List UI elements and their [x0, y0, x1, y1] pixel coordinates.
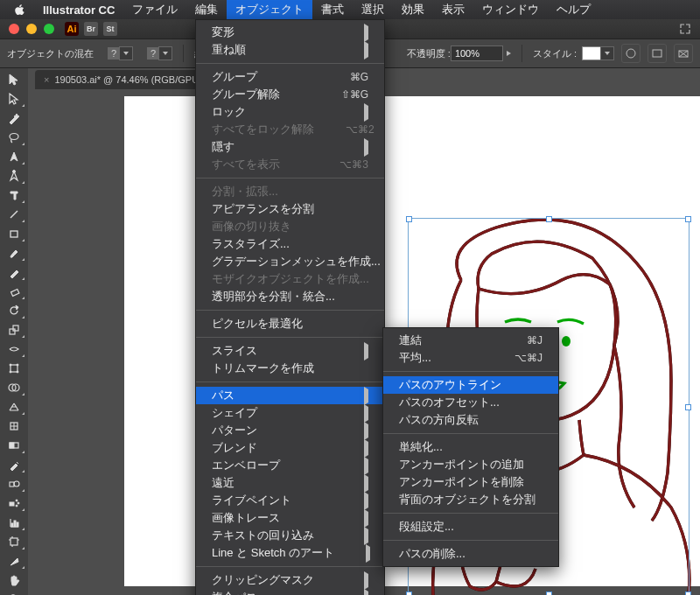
- tool-graph[interactable]: [2, 513, 26, 532]
- tool-slice[interactable]: [2, 551, 26, 570]
- tool-type[interactable]: [2, 186, 26, 205]
- zoom-icon[interactable]: [44, 24, 54, 34]
- menu-type[interactable]: 書式: [312, 0, 353, 19]
- menu-item[interactable]: 背面のオブジェクトを分割: [383, 491, 558, 508]
- tools-panel: [0, 68, 28, 595]
- menu-edit[interactable]: 編集: [186, 0, 227, 19]
- minimize-icon[interactable]: [26, 24, 37, 34]
- tool-blend[interactable]: [2, 474, 26, 494]
- tool-lasso[interactable]: [2, 128, 26, 147]
- stock-panel-icon[interactable]: St: [103, 22, 117, 36]
- menu-item[interactable]: 平均...⌥⌘J: [383, 349, 558, 367]
- menu-item[interactable]: パスの削除...: [383, 545, 558, 563]
- menu-item[interactable]: アンカーポイントの追加: [383, 456, 558, 473]
- tool-pencil[interactable]: [2, 262, 26, 282]
- menu-item[interactable]: ロック: [196, 103, 384, 121]
- menu-item[interactable]: ピクセルを最適化: [196, 315, 384, 332]
- menu-window[interactable]: ウィンドウ: [473, 0, 548, 19]
- menu-item[interactable]: パス: [196, 387, 384, 404]
- menu-select[interactable]: 選択: [353, 0, 393, 19]
- tool-selection[interactable]: [2, 70, 26, 89]
- menu-item[interactable]: 段組設定...: [383, 518, 558, 536]
- fill-dropdown[interactable]: [119, 46, 133, 60]
- fill-swatch[interactable]: ?: [108, 47, 120, 60]
- tool-width[interactable]: [2, 340, 26, 359]
- svg-point-13: [10, 371, 11, 373]
- menu-item[interactable]: テキストの回り込み: [196, 527, 384, 544]
- tool-mesh[interactable]: [2, 416, 26, 436]
- menu-item[interactable]: グループ解除⇧⌘G: [196, 86, 384, 103]
- menu-item[interactable]: ライブペイント: [196, 492, 384, 509]
- menu-item[interactable]: グラデーションメッシュを作成...: [196, 253, 384, 270]
- menu-item[interactable]: シェイプ: [196, 404, 384, 422]
- svg-point-24: [18, 502, 19, 504]
- document-tab[interactable]: × 190503.ai* @ 74.46% (RGB/GPU プ: [35, 70, 219, 89]
- menu-item[interactable]: ブレンド: [196, 439, 384, 457]
- menu-item[interactable]: 複合パス: [196, 589, 384, 595]
- tool-symbol-sprayer[interactable]: [2, 494, 26, 513]
- menu-item[interactable]: パターン: [196, 422, 384, 439]
- menu-item[interactable]: スライス: [196, 342, 384, 360]
- tool-paintbrush[interactable]: [2, 243, 26, 262]
- menu-item[interactable]: 画像トレース: [196, 509, 384, 527]
- transform-icon[interactable]: [674, 44, 693, 63]
- tool-eyedropper[interactable]: [2, 455, 26, 474]
- bridge-panel-icon[interactable]: Br: [84, 22, 98, 36]
- tool-rotate[interactable]: [2, 301, 26, 320]
- expand-icon[interactable]: [679, 23, 691, 35]
- menu-item[interactable]: 隠す: [196, 138, 384, 156]
- tool-hand[interactable]: [2, 570, 26, 590]
- tool-magic-wand[interactable]: [2, 108, 26, 128]
- menu-item[interactable]: アピアランスを分割: [196, 200, 384, 218]
- svg-point-0: [626, 49, 635, 58]
- stroke-dropdown[interactable]: [158, 46, 172, 60]
- menu-help[interactable]: ヘルプ: [548, 0, 599, 19]
- tool-zoom[interactable]: [2, 590, 26, 595]
- menu-item[interactable]: 変形: [196, 24, 384, 41]
- menu-item[interactable]: 遠近: [196, 474, 384, 492]
- opacity-input[interactable]: [451, 46, 503, 61]
- menu-view[interactable]: 表示: [433, 0, 473, 19]
- chevron-right-icon[interactable]: [507, 51, 511, 56]
- menu-item[interactable]: 透明部分を分割・統合...: [196, 288, 384, 305]
- style-swatch[interactable]: [582, 46, 601, 60]
- tool-shape-builder[interactable]: [2, 378, 26, 397]
- menu-effect[interactable]: 効果: [393, 0, 433, 19]
- close-icon[interactable]: [9, 24, 19, 34]
- menu-item[interactable]: パスのオフセット...: [383, 394, 558, 411]
- menu-item[interactable]: クリッピングマスク: [196, 571, 384, 589]
- tool-curvature[interactable]: [2, 166, 26, 186]
- tool-line[interactable]: [2, 205, 26, 224]
- menu-item[interactable]: 連結⌘J: [383, 332, 558, 349]
- menu-item[interactable]: ラスタライズ...: [196, 235, 384, 253]
- tool-gradient[interactable]: [2, 436, 26, 455]
- menu-item[interactable]: 単純化...: [383, 438, 558, 456]
- app-name[interactable]: Illustrator CC: [34, 0, 123, 19]
- tool-scale[interactable]: [2, 320, 26, 340]
- menu-file[interactable]: ファイル: [123, 0, 186, 19]
- menu-object[interactable]: オブジェクト: [227, 0, 312, 19]
- menu-item[interactable]: パスの方向反転: [383, 411, 558, 429]
- style-dropdown[interactable]: [600, 46, 614, 60]
- menu-item[interactable]: Line と Sketch のアート: [196, 544, 384, 562]
- tool-direct-selection[interactable]: [2, 89, 26, 108]
- tool-pen[interactable]: [2, 147, 26, 166]
- svg-point-14: [17, 371, 18, 373]
- stroke-swatch[interactable]: ?: [147, 47, 159, 60]
- tool-rectangle[interactable]: [2, 224, 26, 243]
- tool-artboard[interactable]: [2, 532, 26, 551]
- menu-item[interactable]: グループ⌘G: [196, 68, 384, 86]
- menu-item[interactable]: エンベロープ: [196, 457, 384, 474]
- apple-icon[interactable]: [5, 0, 34, 19]
- tool-free-transform[interactable]: [2, 359, 26, 378]
- align-icon[interactable]: [648, 44, 667, 63]
- menu-item[interactable]: トリムマークを作成: [196, 360, 384, 377]
- svg-point-23: [16, 500, 18, 501]
- menu-item[interactable]: アンカーポイントを削除: [383, 473, 558, 491]
- tab-title: 190503.ai* @ 74.46% (RGB/GPU プ: [54, 74, 210, 87]
- tool-eraser[interactable]: [2, 282, 26, 301]
- menu-item[interactable]: 重ね順: [196, 41, 384, 59]
- tool-perspective[interactable]: [2, 397, 26, 416]
- recolor-icon[interactable]: [621, 44, 640, 63]
- menu-item[interactable]: パスのアウトライン: [383, 376, 558, 394]
